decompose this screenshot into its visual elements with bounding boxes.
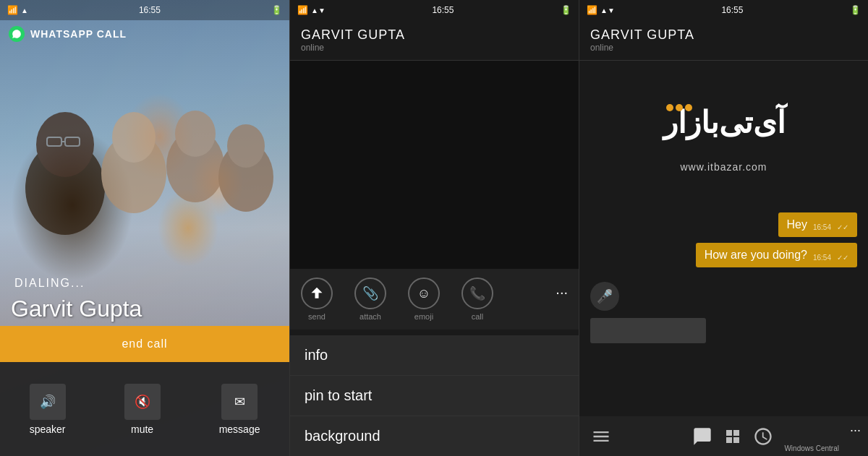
bottom-windows-icon[interactable] xyxy=(718,422,747,451)
s3-signal-icon: 📶 xyxy=(587,5,597,15)
message-label: message xyxy=(219,423,260,435)
screen2-header: GARVIT GUPTA online xyxy=(290,20,579,61)
chat-empty-area xyxy=(290,61,579,278)
svg-point-14 xyxy=(685,104,692,111)
svg-point-13 xyxy=(676,104,683,111)
call-button[interactable]: 📞 call xyxy=(461,278,493,321)
messages-area: Hey 16:54 ✓✓ How are you doing? 16:54 ✓✓ xyxy=(579,205,868,275)
bottom-icon-left[interactable] xyxy=(587,422,616,451)
incoming-message-area xyxy=(579,318,868,343)
message-hey-time: 16:54 xyxy=(813,223,831,231)
emoji-button[interactable]: ☺ emoji xyxy=(408,278,440,321)
s3-more-button[interactable]: ... xyxy=(850,420,861,435)
s3-time: 16:55 xyxy=(721,5,743,15)
s2-battery: 🔋 xyxy=(561,5,571,15)
caller-name: Garvit Gupta xyxy=(11,296,142,322)
bottom-icons-center xyxy=(688,422,778,451)
svg-point-6 xyxy=(112,112,156,163)
message-how-check: ✓✓ xyxy=(837,254,848,262)
watermark-area: آی‌تی‌بازار www.itbazar.com xyxy=(579,61,868,205)
send-label: send xyxy=(308,312,326,321)
message-hey-check: ✓✓ xyxy=(837,223,848,231)
watermark-svg: آی‌تی‌بازار xyxy=(630,93,818,151)
message-icon: ✉ xyxy=(221,384,258,420)
emoji-label: emoji xyxy=(414,312,433,321)
message-hey-text: Hey xyxy=(787,218,807,231)
menu-item-pin[interactable]: pin to start xyxy=(290,376,579,416)
bottom-chat-icon[interactable] xyxy=(688,422,717,451)
context-menu: info pin to start background xyxy=(290,335,579,456)
status-bar-right: 🔋 xyxy=(271,5,282,15)
status-bar-screen2: 📶 ▲▼ 16:55 🔋 xyxy=(290,0,579,20)
whatsapp-call-screen: 📶 ▲ 16:55 🔋 WHATSAPP CALL DIALING... Gar… xyxy=(0,0,289,456)
signal-icon: 📶 xyxy=(7,5,18,15)
call-header: WHATSAPP CALL xyxy=(0,20,289,48)
chat-menu-screen: 📶 ▲▼ 16:55 🔋 GARVIT GUPTA online send 📎 … xyxy=(289,0,579,456)
s2-contact-name: GARVIT GUPTA xyxy=(301,27,568,43)
chat-watermark-screen: 📶 ▲▼ 16:55 🔋 GARVIT GUPTA online آی‌تی‌ب… xyxy=(579,0,868,456)
toolbar-more-button[interactable]: ... xyxy=(556,281,568,298)
status-bar-screen1: 📶 ▲ 16:55 🔋 xyxy=(0,0,289,20)
message-how: How are you doing? 16:54 ✓✓ xyxy=(696,243,857,267)
s3-contact-status: online xyxy=(590,43,857,53)
s2-signal-icon: 📶 xyxy=(297,5,308,15)
message-how-text: How are you doing? xyxy=(705,249,807,262)
s2-status-left: 📶 ▲▼ xyxy=(297,5,326,15)
emoji-icon: ☺ xyxy=(408,278,440,309)
svg-point-8 xyxy=(175,111,216,157)
message-how-time: 16:54 xyxy=(813,254,831,262)
s3-status-left: 📶 ▲▼ xyxy=(587,5,615,15)
incoming-bubble xyxy=(590,318,706,343)
call-label: call xyxy=(472,312,484,321)
watermark-url: www.itbazar.com xyxy=(680,161,767,173)
attach-button[interactable]: 📎 attach xyxy=(354,278,386,321)
call-options-bar: 🔊 speaker 🔇 mute ✉ message xyxy=(0,362,289,456)
message-button[interactable]: ✉ message xyxy=(219,384,260,435)
status-bar-time: 16:55 xyxy=(139,5,161,15)
call-header-text: WHATSAPP CALL xyxy=(30,28,127,40)
send-icon xyxy=(301,278,333,309)
s2-time: 16:55 xyxy=(432,5,454,15)
mute-button[interactable]: 🔇 mute xyxy=(124,384,161,435)
menu-item-info[interactable]: info xyxy=(290,335,579,376)
menu-item-background[interactable]: background xyxy=(290,416,579,456)
speaker-icon: 🔊 xyxy=(30,384,66,420)
whatsapp-icon xyxy=(9,26,25,42)
call-icon: 📞 xyxy=(461,278,493,309)
svg-point-10 xyxy=(227,124,265,168)
message-hey: Hey 16:54 ✓✓ xyxy=(778,212,857,237)
battery-icon: 🔋 xyxy=(271,5,282,15)
mute-icon: 🔇 xyxy=(124,384,161,420)
sent-messages: Hey 16:54 ✓✓ How are you doing? 16:54 ✓✓ xyxy=(590,212,857,267)
dialing-label: DIALING... xyxy=(14,277,85,290)
svg-point-12 xyxy=(666,104,673,111)
network-icon: ▲ xyxy=(21,7,28,14)
s3-contact-name: GARVIT GUPTA xyxy=(590,27,857,43)
send-button[interactable]: send xyxy=(301,278,333,321)
windows-central-label: Windows Central xyxy=(784,444,839,452)
screen3-header: GARVIT GUPTA online xyxy=(579,20,868,61)
attach-icon: 📎 xyxy=(354,278,386,309)
s3-network-icon: ▲▼ xyxy=(600,7,615,14)
status-bar-screen3: 📶 ▲▼ 16:55 🔋 xyxy=(579,0,868,20)
attach-label: attach xyxy=(359,312,381,321)
status-bar-left: 📶 ▲ xyxy=(7,5,28,15)
s2-contact-status: online xyxy=(301,43,568,53)
watermark-logo-container: آی‌تی‌بازار xyxy=(630,93,818,154)
speaker-button[interactable]: 🔊 speaker xyxy=(30,384,66,435)
bottom-clock-icon[interactable] xyxy=(749,422,778,451)
speaker-label: speaker xyxy=(30,423,66,435)
toolbar-icons-group: send 📎 attach ☺ emoji 📞 call xyxy=(301,278,493,321)
s2-network-icon: ▲▼ xyxy=(311,7,326,14)
end-call-button[interactable]: end call xyxy=(0,326,289,362)
chat-toolbar: send 📎 attach ☺ emoji 📞 call ... xyxy=(290,269,579,330)
mic-button[interactable]: 🎤 xyxy=(590,282,619,311)
s3-battery: 🔋 xyxy=(850,5,861,15)
mute-label: mute xyxy=(131,423,153,435)
photo-silhouettes xyxy=(0,43,289,296)
